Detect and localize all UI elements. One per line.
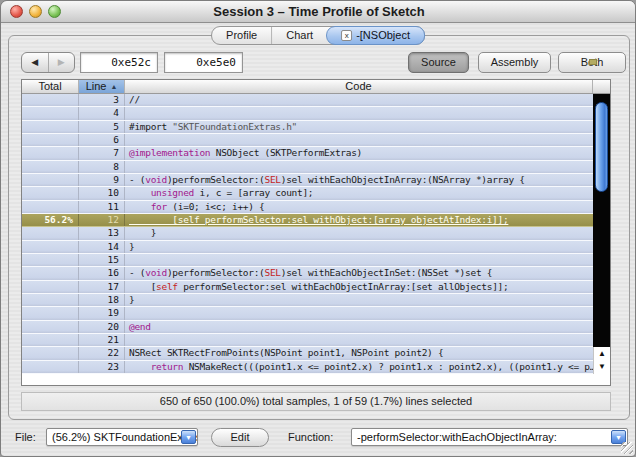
code-line-row-17[interactable]: 17 [self performSelector:sel withEachObj… xyxy=(22,281,593,294)
code-cell: @end xyxy=(125,321,593,333)
code-line-row-14[interactable]: 14} xyxy=(22,241,593,254)
total-cell xyxy=(22,321,79,333)
assembly-view-button[interactable]: Assembly xyxy=(478,52,551,73)
tab-profile[interactable]: Profile xyxy=(212,27,271,44)
function-popup[interactable]: -performSelector:withEachObjectInArray: … xyxy=(351,428,628,446)
code-cell xyxy=(125,334,593,346)
code-cell: return NSMakeRect(((point1.x <= point2.x… xyxy=(125,361,593,373)
table-header: Total Line ▲ Code xyxy=(22,80,610,94)
scrollbar-buttons: ▲ ▼ xyxy=(593,347,610,374)
function-popup-value: -performSelector:withEachObjectInArray: xyxy=(352,429,627,443)
code-line-row-6[interactable]: 6 xyxy=(22,134,593,147)
vertical-scrollbar-thumb[interactable] xyxy=(595,102,608,192)
code-cell xyxy=(125,307,593,319)
code-line-row-10[interactable]: 10 unsigned i, c = [array count]; xyxy=(22,187,593,200)
total-cell xyxy=(22,227,79,239)
history-nav-control: ◀ ▶ xyxy=(21,52,75,73)
code-line-row-18[interactable]: 18} xyxy=(22,294,593,307)
total-cell xyxy=(22,187,79,199)
code-line-row-23[interactable]: 23 return NSMakeRect(((point1.x <= point… xyxy=(22,361,593,374)
code-line-row-21[interactable]: 21 xyxy=(22,334,593,347)
total-cell xyxy=(22,107,79,119)
scroll-down-icon[interactable]: ▼ xyxy=(594,360,610,373)
line-number-cell: 18 xyxy=(79,294,125,306)
file-popup-arrow-icon[interactable]: ▼ xyxy=(181,430,196,444)
code-line-row-13[interactable]: 13 } xyxy=(22,227,593,240)
edit-button[interactable]: Edit xyxy=(211,428,269,447)
line-number-cell: 5 xyxy=(79,121,125,133)
code-cell xyxy=(125,134,593,146)
code-line-row-11[interactable]: 11 for (i=0; i<c; i++) { xyxy=(22,201,593,214)
tab-nsobject[interactable]: x -[NSObject xyxy=(326,26,425,45)
code-line-row-22[interactable]: 22NSRect SKTRectFromPoints(NSPoint point… xyxy=(22,347,593,360)
status-bar: 650 of 650 (100.0%) total samples, 1 of … xyxy=(21,392,611,411)
code-rows: 3//45#import "SKTFoundationExtras.h"67@i… xyxy=(22,94,593,374)
line-number-cell: 9 xyxy=(79,174,125,186)
line-number-cell: 4 xyxy=(79,107,125,119)
code-cell: // xyxy=(125,94,593,106)
line-number-cell: 23 xyxy=(79,361,125,373)
code-line-row-12[interactable]: 56.2%12 [self performSelector:sel withOb… xyxy=(22,214,593,227)
line-number-cell: 15 xyxy=(79,254,125,266)
resize-grip-icon[interactable] xyxy=(621,442,633,454)
code-line-row-5[interactable]: 5#import "SKTFoundationExtras.h" xyxy=(22,121,593,134)
tab-chart[interactable]: Chart xyxy=(271,27,327,44)
line-number-cell: 20 xyxy=(79,321,125,333)
column-header-total[interactable]: Total xyxy=(22,80,79,93)
total-cell xyxy=(22,307,79,319)
sort-ascending-icon: ▲ xyxy=(110,80,117,93)
code-cell: @implementation NSObject (SKTPerformExtr… xyxy=(125,147,593,159)
source-view-button[interactable]: Source xyxy=(408,52,469,73)
line-number-cell: 22 xyxy=(79,347,125,359)
line-number-cell: 21 xyxy=(79,334,125,346)
column-header-line-label: Line xyxy=(86,80,107,93)
title-bar[interactable]: Session 3 – Time Profile of Sketch xyxy=(1,1,636,23)
line-number-cell: 19 xyxy=(79,307,125,319)
hot-line-marker xyxy=(589,59,597,65)
line-number-cell: 16 xyxy=(79,267,125,279)
line-number-cell: 8 xyxy=(79,161,125,173)
code-line-row-20[interactable]: 20@end xyxy=(22,321,593,334)
code-line-row-19[interactable]: 19 xyxy=(22,307,593,320)
file-label: File: xyxy=(15,431,36,443)
code-cell xyxy=(125,107,593,119)
code-cell: [self performSelector:sel withEachObject… xyxy=(125,281,593,293)
forward-button[interactable]: ▶ xyxy=(49,53,75,72)
code-line-row-16[interactable]: 16- (void)performSelector:(SEL)sel withE… xyxy=(22,267,593,280)
code-line-row-9[interactable]: 9- (void)performSelector:(SEL)sel withEa… xyxy=(22,174,593,187)
code-line-row-4[interactable]: 4 xyxy=(22,107,593,120)
total-cell: 56.2% xyxy=(22,214,79,226)
column-header-line[interactable]: Line ▲ xyxy=(79,80,125,93)
code-line-row-8[interactable]: 8 xyxy=(22,161,593,174)
code-line-row-15[interactable]: 15 xyxy=(22,254,593,267)
line-number-cell: 11 xyxy=(79,201,125,213)
line-number-cell: 13 xyxy=(79,227,125,239)
code-cell: - (void)performSelector:(SEL)sel withEac… xyxy=(125,267,593,279)
code-line-row-7[interactable]: 7@implementation NSObject (SKTPerformExt… xyxy=(22,147,593,160)
column-header-code[interactable]: Code xyxy=(125,80,593,93)
line-number-cell: 6 xyxy=(79,134,125,146)
back-button[interactable]: ◀ xyxy=(22,53,49,72)
total-cell xyxy=(22,161,79,173)
code-line-row-3[interactable]: 3// xyxy=(22,94,593,107)
total-cell xyxy=(22,361,79,373)
total-cell xyxy=(22,294,79,306)
file-popup[interactable]: (56.2%) SKTFoundationExtras ▼ xyxy=(46,428,198,446)
code-cell: NSRect SKTRectFromPoints(NSPoint point1,… xyxy=(125,347,593,359)
scroll-up-icon[interactable]: ▲ xyxy=(594,347,610,360)
total-cell xyxy=(22,254,79,266)
line-number-cell: 12 xyxy=(79,214,125,226)
total-cell xyxy=(22,241,79,253)
vertical-scrollbar-track[interactable] xyxy=(593,94,610,347)
line-number-cell: 7 xyxy=(79,147,125,159)
code-cell: } xyxy=(125,294,593,306)
tab-nsobject-label: -[NSObject xyxy=(356,27,410,44)
tab-close-icon[interactable]: x xyxy=(341,30,352,41)
total-cell xyxy=(22,147,79,159)
line-number-cell: 10 xyxy=(79,187,125,199)
code-cell: - (void)performSelector:(SEL)sel withEac… xyxy=(125,174,593,186)
total-cell xyxy=(22,334,79,346)
code-cell: #import "SKTFoundationExtras.h" xyxy=(125,121,593,133)
address-end-field[interactable]: 0xe5e0 xyxy=(164,52,243,73)
address-start-field[interactable]: 0xe52c xyxy=(80,52,158,73)
